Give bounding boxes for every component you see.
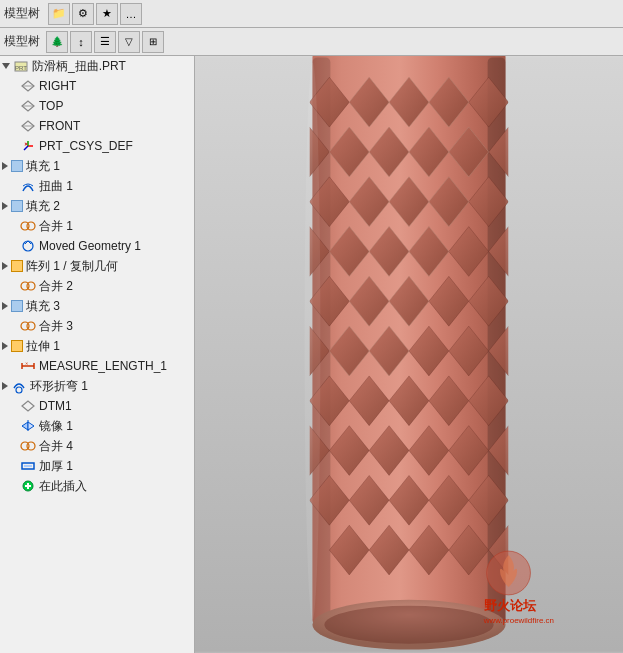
- tree-columns-btn[interactable]: ☰: [94, 31, 116, 53]
- extrude1-label: 拉伸 1: [26, 338, 60, 355]
- svg-marker-29: [28, 422, 34, 430]
- top-label: TOP: [39, 99, 63, 113]
- plane-front-icon: [20, 118, 36, 134]
- tree-item-thicken1[interactable]: 加厚 1: [0, 456, 194, 476]
- toolbar-settings-btn[interactable]: ⚙: [72, 3, 94, 25]
- tree-item-extrude1[interactable]: 拉伸 1: [0, 336, 194, 356]
- twist1-label: 扭曲 1: [39, 178, 73, 195]
- tree-item-fill3[interactable]: 填充 3: [0, 296, 194, 316]
- dtm1-label: DTM1: [39, 399, 72, 413]
- mirror-icon: [20, 418, 36, 434]
- tree-settings-btn[interactable]: ↕: [70, 31, 92, 53]
- model-tree-panel: PRT 防滑柄_扭曲.PRT RIGHT: [0, 56, 195, 653]
- svg-point-20: [27, 322, 35, 330]
- merge3-icon: [20, 318, 36, 334]
- merge2-label: 合并 2: [39, 278, 73, 295]
- svg-point-18: [27, 282, 35, 290]
- moved-geom-icon: [20, 238, 36, 254]
- insert-icon: [20, 478, 36, 494]
- moved1-label: Moved Geometry 1: [39, 239, 141, 253]
- tree-view-btn[interactable]: 🌲: [46, 31, 68, 53]
- tree-item-measure1[interactable]: ✕ MEASURE_LENGTH_1: [0, 356, 194, 376]
- tree-item-twist1[interactable]: 扭曲 1: [0, 176, 194, 196]
- svg-point-25: [16, 387, 22, 393]
- tree-item-merge4[interactable]: 合并 4: [0, 436, 194, 456]
- measure1-label: MEASURE_LENGTH_1: [39, 359, 167, 373]
- fill1-label: 填充 1: [26, 158, 60, 175]
- front-label: FRONT: [39, 119, 80, 133]
- tree-item-top[interactable]: TOP: [0, 96, 194, 116]
- merge3-label: 合并 3: [39, 318, 73, 335]
- tree-item-dtm1[interactable]: DTM1: [0, 396, 194, 416]
- merge4-label: 合并 4: [39, 438, 73, 455]
- svg-marker-28: [22, 422, 28, 430]
- tree-item-merge1[interactable]: 合并 1: [0, 216, 194, 236]
- pattern1-label: 阵列 1 / 复制几何: [26, 258, 118, 275]
- svg-point-31: [27, 442, 35, 450]
- root-label: 防滑柄_扭曲.PRT: [32, 58, 126, 75]
- tree-item-mirror1[interactable]: 镜像 1: [0, 416, 194, 436]
- thicken1-label: 加厚 1: [39, 458, 73, 475]
- tree-item-front[interactable]: FRONT: [0, 116, 194, 136]
- measure-icon: ✕: [20, 358, 36, 374]
- svg-point-115: [324, 606, 493, 644]
- tree-content: PRT 防滑柄_扭曲.PRT RIGHT: [0, 56, 194, 653]
- merge2-icon: [20, 278, 36, 294]
- toolbar-title: 模型树: [4, 5, 40, 22]
- toolbar-more-btn[interactable]: …: [120, 3, 142, 25]
- tree-item-ring1[interactable]: 环形折弯 1: [0, 376, 194, 396]
- insert-label: 在此插入: [39, 478, 87, 495]
- tree-extra-btn[interactable]: ⊞: [142, 31, 164, 53]
- part-icon: PRT: [13, 58, 29, 74]
- ring-icon: [11, 378, 27, 394]
- tree-item-fill1[interactable]: 填充 1: [0, 156, 194, 176]
- svg-marker-26: [22, 401, 34, 411]
- svg-point-13: [27, 222, 35, 230]
- svg-text:野火论坛: 野火论坛: [484, 598, 537, 613]
- tree-item-moved1[interactable]: Moved Geometry 1: [0, 236, 194, 256]
- svg-point-14: [23, 241, 33, 251]
- mirror1-label: 镜像 1: [39, 418, 73, 435]
- second-toolbar-label: 模型树: [4, 33, 40, 50]
- main-layout: PRT 防滑柄_扭曲.PRT RIGHT: [0, 56, 623, 653]
- tree-item-insert[interactable]: 在此插入: [0, 476, 194, 496]
- svg-text:✕: ✕: [24, 141, 28, 147]
- svg-point-113: [304, 62, 320, 619]
- svg-text:✕: ✕: [25, 361, 28, 366]
- tree-item-pattern1[interactable]: 阵列 1 / 复制几何: [0, 256, 194, 276]
- second-toolbar: 模型树 🌲 ↕ ☰ ▽ ⊞: [0, 28, 623, 56]
- csys-icon: ✕: [20, 138, 36, 154]
- toolbar-star-btn[interactable]: ★: [96, 3, 118, 25]
- tree-item-csys[interactable]: ✕ PRT_CSYS_DEF: [0, 136, 194, 156]
- fill2-label: 填充 2: [26, 198, 60, 215]
- dtm-icon: [20, 398, 36, 414]
- viewport: 野火论坛 www.proewildfire.cn: [195, 56, 623, 653]
- thicken-icon: [20, 458, 36, 474]
- tree-item-fill2[interactable]: 填充 2: [0, 196, 194, 216]
- tree-filter-btn[interactable]: ▽: [118, 31, 140, 53]
- merge1-label: 合并 1: [39, 218, 73, 235]
- plane-icon: [20, 78, 36, 94]
- svg-text:PRT: PRT: [15, 65, 27, 71]
- merge-icon: [20, 218, 36, 234]
- toolbar-folder-btn[interactable]: 📁: [48, 3, 70, 25]
- right-label: RIGHT: [39, 79, 76, 93]
- plane-top-icon: [20, 98, 36, 114]
- tree-item-right[interactable]: RIGHT: [0, 76, 194, 96]
- svg-rect-33: [24, 465, 32, 467]
- svg-text:www.proewildfire.cn: www.proewildfire.cn: [483, 616, 554, 625]
- tree-item-merge3[interactable]: 合并 3: [0, 316, 194, 336]
- tree-root[interactable]: PRT 防滑柄_扭曲.PRT: [0, 56, 194, 76]
- 3d-viewport-svg: 野火论坛 www.proewildfire.cn: [195, 56, 623, 653]
- top-toolbar: 模型树 📁 ⚙ ★ …: [0, 0, 623, 28]
- merge4-icon: [20, 438, 36, 454]
- csys-label: PRT_CSYS_DEF: [39, 139, 133, 153]
- fill3-label: 填充 3: [26, 298, 60, 315]
- ring1-label: 环形折弯 1: [30, 378, 88, 395]
- twist-icon: [20, 178, 36, 194]
- tree-item-merge2[interactable]: 合并 2: [0, 276, 194, 296]
